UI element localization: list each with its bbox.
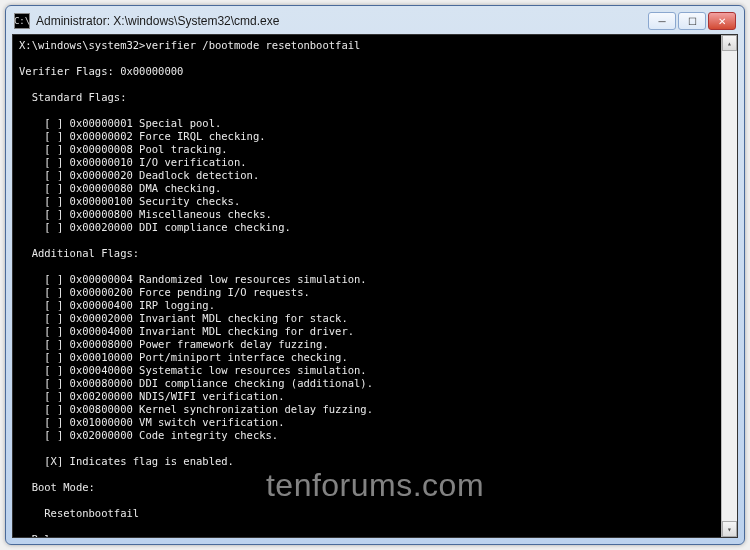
standard-flags-title: Standard Flags:: [19, 91, 126, 103]
boot-mode-value: Resetonbootfail: [19, 507, 139, 519]
cmd-icon: C:\: [14, 13, 30, 29]
close-button[interactable]: ✕: [708, 12, 736, 30]
command: verifier /bootmode resetonbootfail: [145, 39, 360, 51]
prompt: X:\windows\system32>: [19, 39, 145, 51]
standard-flags-list: [ ] 0x00000001 Special pool. [ ] 0x00000…: [19, 117, 291, 233]
minimize-button[interactable]: ─: [648, 12, 676, 30]
additional-flags-title: Additional Flags:: [19, 247, 139, 259]
window-title: Administrator: X:\windows\System32\cmd.e…: [36, 14, 648, 28]
terminal-area[interactable]: X:\windows\system32>verifier /bootmode r…: [12, 34, 738, 538]
additional-flags-list: [ ] 0x00000004 Randomized low resources …: [19, 273, 373, 441]
window-controls: ─ ☐ ✕: [648, 12, 736, 30]
cmd-window: C:\ Administrator: X:\windows\System32\c…: [5, 5, 745, 545]
maximize-button[interactable]: ☐: [678, 12, 706, 30]
terminal-output: X:\windows\system32>verifier /bootmode r…: [19, 39, 731, 538]
scroll-up-button[interactable]: ▴: [722, 35, 737, 51]
rules-title: Rules:: [19, 533, 70, 538]
flag-legend: [X] Indicates flag is enabled.: [19, 455, 234, 467]
verifier-flags-header: Verifier Flags: 0x00000000: [19, 65, 183, 77]
scroll-track[interactable]: [722, 51, 737, 521]
scroll-down-button[interactable]: ▾: [722, 521, 737, 537]
boot-mode-title: Boot Mode:: [19, 481, 95, 493]
titlebar[interactable]: C:\ Administrator: X:\windows\System32\c…: [12, 12, 738, 34]
scrollbar[interactable]: ▴ ▾: [721, 35, 737, 537]
